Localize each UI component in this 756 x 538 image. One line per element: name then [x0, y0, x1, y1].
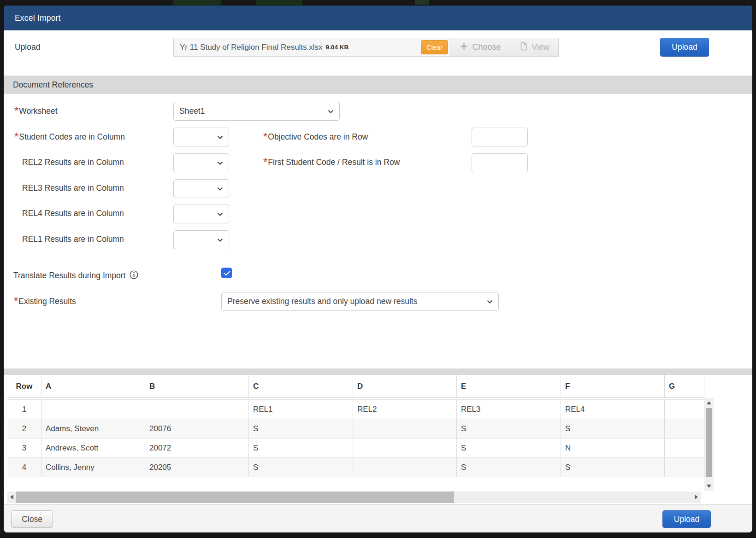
cell — [41, 400, 145, 419]
cell: S — [457, 458, 561, 477]
scroll-down-arrow-icon[interactable] — [707, 485, 711, 488]
translate-results-label-text: Translate Results during Import — [13, 271, 125, 280]
plus-icon — [460, 42, 468, 53]
cell: 20076 — [145, 419, 249, 438]
table-top-divider — [4, 368, 752, 375]
cell: 20205 — [145, 458, 249, 477]
rel4-column-select[interactable] — [173, 205, 229, 223]
dialog-footer: Close Upload — [4, 504, 752, 532]
column-header-d: D — [353, 375, 457, 398]
column-header-a: A — [41, 375, 145, 398]
choose-file-button-label: Choose — [472, 42, 501, 52]
required-asterisk: * — [263, 156, 267, 168]
section-header: Document References — [4, 76, 752, 94]
translate-results-checkbox[interactable] — [221, 268, 232, 278]
existing-results-select[interactable]: Preserve existing results and only uploa… — [221, 292, 499, 311]
field-label-text: Objective Codes are in Row — [268, 132, 368, 141]
table-row: 4 Collins, Jenny 20205 S S S — [7, 458, 704, 477]
required-asterisk: * — [263, 130, 267, 143]
cell — [665, 400, 704, 419]
student-codes-column-select[interactable] — [173, 128, 229, 146]
view-file-button[interactable]: View — [511, 38, 559, 57]
required-asterisk: * — [14, 130, 18, 143]
rel2-column-select[interactable] — [173, 153, 229, 172]
cell — [353, 458, 457, 477]
column-header-f: F — [561, 375, 665, 398]
upload-button-top[interactable]: Upload — [660, 38, 709, 57]
field-label-rel3-column: REL3 Results are in Column — [22, 183, 124, 193]
cell — [145, 400, 249, 419]
view-file-button-label: View — [532, 42, 549, 52]
cell: REL4 — [561, 400, 665, 419]
chevron-down-icon — [217, 187, 223, 191]
field-label-objective-codes-row: *Objective Codes are in Row — [263, 132, 368, 141]
preview-table-body: 1 REL1 REL2 REL3 REL4 2 Adams, Steven 20… — [7, 399, 704, 477]
cell: REL3 — [457, 400, 561, 419]
rel1-column-select[interactable] — [173, 230, 229, 249]
required-asterisk: * — [14, 295, 18, 307]
cell: S — [561, 458, 665, 477]
scroll-up-arrow-icon[interactable] — [707, 401, 711, 404]
file-upload-group: Yr 11 Study of Religion Final Results.xl… — [173, 38, 559, 57]
column-header-row: Row — [7, 375, 41, 398]
cell-row-number: 1 — [7, 400, 41, 419]
section-header-label: Document References — [13, 80, 93, 90]
horizontal-scrollbar[interactable] — [7, 491, 701, 503]
existing-results-label: *Existing Results — [14, 297, 76, 306]
cell: S — [457, 439, 561, 457]
cell: 20072 — [145, 439, 249, 457]
cell: S — [561, 419, 665, 438]
chevron-down-icon — [217, 238, 223, 242]
vertical-scrollbar-thumb[interactable] — [706, 408, 712, 477]
objective-codes-row-input[interactable] — [472, 128, 528, 146]
clear-file-button[interactable]: Clear — [421, 40, 448, 54]
cell-row-number: 4 — [7, 458, 41, 477]
upload-button-bottom-label: Upload — [674, 515, 699, 524]
dialog-title: Excel Import — [15, 13, 61, 23]
chevron-down-icon — [217, 161, 223, 165]
cell: S — [249, 458, 353, 477]
cell: Adams, Steven — [41, 419, 145, 438]
table-row: 1 REL1 REL2 REL3 REL4 — [7, 400, 704, 419]
chevron-down-icon — [217, 212, 223, 216]
cell: REL2 — [353, 400, 457, 419]
required-asterisk: * — [14, 105, 18, 117]
choose-file-button[interactable]: Choose — [450, 38, 511, 57]
clear-file-button-label: Clear — [426, 44, 443, 51]
cell: Andrews, Scott — [41, 439, 145, 457]
screen-background: Excel Import Upload Yr 11 Study of Relig… — [0, 0, 756, 538]
vertical-scrollbar[interactable] — [704, 398, 714, 491]
chevron-down-icon — [328, 110, 334, 113]
scroll-right-arrow-icon[interactable] — [695, 495, 698, 499]
table-row: 3 Andrews, Scott 20072 S S N — [7, 439, 704, 458]
first-student-row-input[interactable] — [472, 153, 528, 172]
preview-table-header-row: Row A B C D E F G — [7, 375, 704, 398]
column-header-b: B — [145, 375, 249, 398]
field-label-first-student-row: *First Student Code / Result is in Row — [263, 158, 400, 167]
cell — [665, 419, 704, 438]
cell: Collins, Jenny — [41, 458, 145, 477]
existing-results-select-value: Preserve existing results and only uploa… — [227, 297, 417, 306]
cell: S — [249, 439, 353, 457]
close-button[interactable]: Close — [11, 510, 53, 528]
rel3-column-select[interactable] — [173, 179, 229, 198]
file-name: Yr 11 Study of Religion Final Results.xl… — [180, 43, 323, 52]
scroll-left-arrow-icon[interactable] — [10, 495, 13, 499]
worksheet-select[interactable]: Sheet1 — [173, 102, 340, 121]
chevron-down-icon — [217, 135, 223, 139]
upload-button-bottom[interactable]: Upload — [662, 510, 711, 528]
translate-results-label: Translate Results during Import — [13, 269, 138, 280]
cell: N — [561, 439, 665, 457]
cell — [665, 458, 704, 477]
worksheet-select-value: Sheet1 — [179, 106, 205, 116]
horizontal-scrollbar-thumb[interactable] — [16, 491, 454, 503]
cell: S — [249, 419, 353, 438]
cell-row-number: 3 — [7, 439, 41, 457]
cell: REL1 — [249, 400, 353, 419]
info-icon[interactable] — [130, 270, 138, 279]
cell — [665, 439, 704, 457]
preview-table: Row A B C D E F G 1 REL1 REL2 REL3 REL4 — [7, 375, 704, 477]
file-size: 9.04 KB — [326, 44, 349, 51]
existing-results-label-text: Existing Results — [18, 297, 76, 306]
field-label-student-codes-column: *Student Codes are in Column — [14, 132, 125, 141]
